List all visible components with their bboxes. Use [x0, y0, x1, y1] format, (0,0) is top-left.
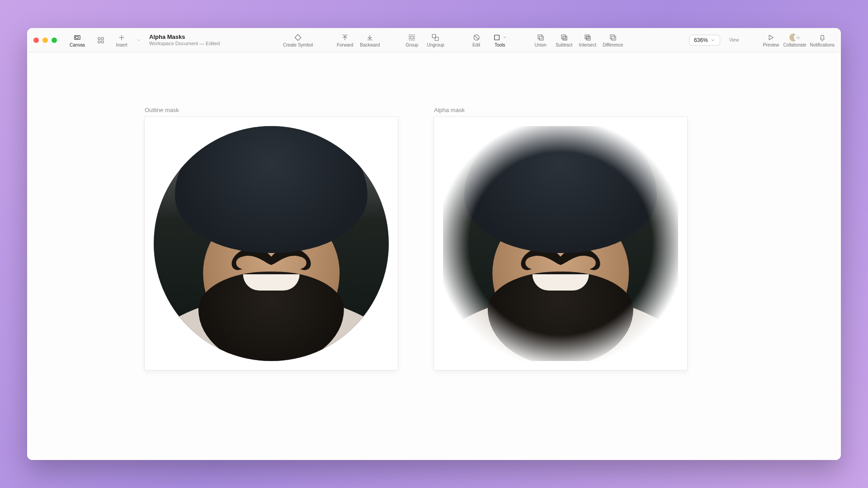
edit-tools-group: Edit Tools: [468, 33, 509, 47]
ungroup-icon: [431, 33, 439, 42]
close-window-button[interactable]: [33, 38, 39, 43]
svg-rect-12: [538, 35, 542, 39]
grid-icon: [97, 36, 105, 45]
diamond-icon: [294, 33, 302, 42]
portrait-alpha-mask: [443, 126, 678, 361]
difference-label: Difference: [603, 43, 623, 47]
group-label: Group: [406, 43, 418, 47]
artboard-label: Alpha mask: [434, 107, 687, 113]
toolbar-insert-group: Insert: [113, 33, 141, 47]
bell-icon: [818, 33, 826, 42]
bring-forward-button[interactable]: Forward: [336, 33, 354, 47]
artboard-icon: [73, 33, 81, 42]
zoom-value: 636%: [694, 37, 708, 43]
artboard-content[interactable]: [434, 117, 687, 370]
group-group: Group Ungroup: [403, 33, 444, 47]
preview-label: Preview: [763, 43, 779, 47]
intersect-label: Intersect: [579, 43, 596, 47]
tools-label: Tools: [495, 43, 505, 47]
arrange-group: Forward Backward: [336, 33, 380, 47]
svg-rect-18: [586, 36, 589, 39]
portrait-outline-mask: [154, 126, 389, 361]
tools-icon: [493, 33, 507, 42]
intersect-icon: [584, 33, 592, 42]
components-tab[interactable]: [92, 36, 109, 45]
fullscreen-window-button[interactable]: [52, 38, 57, 43]
union-button[interactable]: Union: [532, 33, 549, 47]
subtract-label: Subtract: [556, 43, 572, 47]
collaborate-button[interactable]: ··· Collaborate: [783, 33, 806, 47]
document-title-block: Alpha Masks Workspace Document — Edited: [149, 34, 220, 47]
create-symbol-button[interactable]: Create Symbol: [283, 33, 313, 47]
artboard-content[interactable]: [145, 117, 398, 370]
svg-rect-5: [102, 41, 104, 43]
svg-rect-3: [102, 38, 104, 40]
backward-label: Backward: [360, 43, 380, 47]
svg-rect-15: [563, 36, 567, 40]
canvas-label: Canvas: [70, 43, 85, 47]
create-symbol-label: Create Symbol: [283, 43, 313, 47]
boolean-group: Union Subtract Intersect Difference: [532, 33, 623, 47]
svg-rect-20: [612, 36, 616, 40]
svg-rect-2: [98, 38, 100, 40]
svg-rect-4: [98, 41, 100, 43]
svg-rect-6: [409, 35, 415, 40]
window-controls: [33, 38, 57, 43]
difference-button[interactable]: Difference: [603, 33, 623, 47]
notifications-button[interactable]: Notifications: [810, 33, 835, 47]
group-button[interactable]: Group: [403, 33, 420, 47]
zoom-selector[interactable]: 636%: [689, 35, 720, 46]
subtract-button[interactable]: Subtract: [556, 33, 573, 47]
preview-button[interactable]: Preview: [762, 33, 779, 47]
ungroup-label: Ungroup: [427, 43, 444, 47]
minimize-window-button[interactable]: [42, 38, 48, 43]
artboard-outline-mask[interactable]: Outline mask: [145, 107, 398, 370]
forward-label: Forward: [337, 43, 354, 47]
more-collaborators-badge: ···: [794, 33, 802, 42]
document-title: Alpha Masks: [149, 34, 220, 41]
intersect-button[interactable]: Intersect: [579, 33, 596, 47]
group-icon: [408, 33, 416, 42]
view-label: View: [729, 38, 739, 42]
edit-icon: [472, 33, 481, 42]
svg-rect-11: [495, 35, 500, 40]
toolbar: Canvas Insert Alpha Masks Workspace Docu…: [27, 28, 841, 52]
svg-rect-13: [539, 36, 543, 40]
insert-label: Insert: [116, 43, 127, 47]
canvas-tab[interactable]: Canvas: [69, 33, 86, 47]
canvas[interactable]: Outline mask Alpha mask: [27, 52, 841, 460]
chevron-down-icon[interactable]: [137, 36, 141, 44]
artboard-alpha-mask[interactable]: Alpha mask: [434, 107, 687, 370]
chevron-down-icon: [711, 38, 715, 42]
notifications-label: Notifications: [810, 43, 835, 47]
collaborators-icon: ···: [788, 33, 801, 42]
toolbar-canvas-group: Canvas: [69, 33, 109, 47]
edit-label: Edit: [472, 43, 480, 47]
edit-button[interactable]: Edit: [468, 33, 485, 47]
play-icon: [767, 33, 775, 42]
difference-icon: [609, 33, 617, 42]
document-subtitle: Workspace Document — Edited: [149, 41, 220, 47]
forward-icon: [341, 33, 349, 42]
union-label: Union: [534, 43, 546, 47]
ungroup-button[interactable]: Ungroup: [427, 33, 444, 47]
artboard-label: Outline mask: [145, 107, 398, 113]
plus-icon: [118, 33, 126, 42]
subtract-icon: [560, 33, 568, 42]
zoom-view-group: 636% View: [686, 35, 739, 46]
tools-button[interactable]: Tools: [491, 33, 509, 47]
app-window: Canvas Insert Alpha Masks Workspace Docu…: [27, 28, 841, 460]
insert-button[interactable]: Insert: [113, 33, 130, 47]
union-icon: [537, 33, 545, 42]
collaborate-label: Collaborate: [783, 43, 806, 47]
svg-rect-7: [410, 36, 413, 39]
svg-rect-19: [610, 35, 614, 39]
backward-icon: [366, 33, 374, 42]
svg-rect-1: [75, 36, 78, 38]
send-backward-button[interactable]: Backward: [360, 33, 380, 47]
